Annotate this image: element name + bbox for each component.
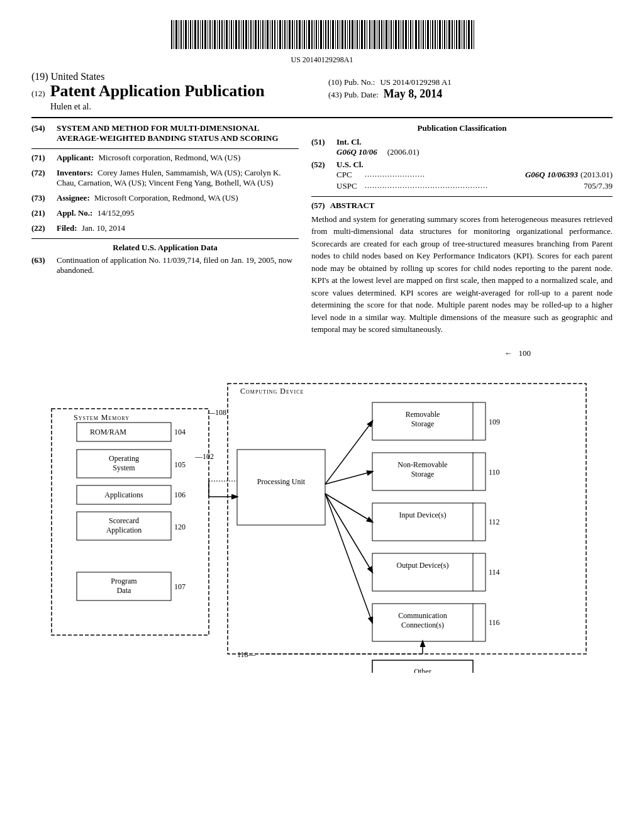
ref-110: 110	[489, 468, 500, 477]
field-52: (52) U.S. Cl. CPC ......................…	[311, 160, 613, 192]
svg-rect-2	[174, 20, 174, 49]
svg-rect-97	[402, 20, 404, 49]
svg-rect-93	[393, 20, 394, 49]
svg-rect-88	[381, 20, 382, 49]
svg-rect-73	[345, 20, 346, 49]
svg-rect-22	[221, 20, 223, 49]
header-section: (19) United States (12) Patent Applicati…	[31, 71, 613, 112]
field-51-num: (51)	[311, 137, 334, 157]
svg-rect-5	[180, 20, 182, 49]
svg-rect-57	[306, 20, 307, 49]
field-22: (22) Filed: Jan. 10, 2014	[31, 223, 299, 233]
header-right: (10) Pub. No.: US 2014/0129298 A1 (43) P…	[316, 71, 613, 101]
svg-rect-77	[355, 20, 355, 49]
svg-rect-69	[335, 20, 336, 49]
svg-rect-51	[292, 20, 293, 49]
svg-rect-11	[194, 20, 196, 49]
svg-rect-20	[217, 20, 218, 49]
svg-rect-32	[245, 20, 247, 49]
svg-rect-15	[204, 20, 206, 49]
barcode-section	[31, 19, 613, 53]
output-label-1: Output Device(s)	[397, 561, 449, 570]
svg-rect-102	[415, 20, 417, 49]
right-column: Publication Classification (51) Int. Cl.…	[311, 123, 613, 336]
svg-rect-9	[190, 20, 191, 49]
field-72: (72) Inventors: Corey James Hulen, Samma…	[31, 168, 299, 188]
svg-rect-28	[235, 20, 237, 49]
svg-rect-38	[260, 20, 261, 49]
field-54-num: (54)	[31, 123, 54, 143]
svg-rect-46	[279, 20, 281, 49]
svg-rect-23	[224, 20, 225, 49]
svg-rect-150	[372, 553, 473, 591]
uspc-row: USPC ...................................…	[336, 181, 613, 191]
field-57-num: (57)	[311, 201, 325, 211]
patent-number: US 20140129298A1	[31, 55, 613, 65]
svg-rect-25	[229, 20, 230, 49]
svg-rect-92	[391, 20, 392, 49]
uspc-dots: ........................................…	[365, 181, 584, 191]
svg-rect-106	[425, 20, 426, 49]
svg-line-161	[325, 494, 372, 572]
svg-rect-115	[447, 20, 447, 49]
ref-114: 114	[489, 568, 500, 577]
svg-rect-105	[423, 20, 424, 49]
svg-rect-104	[421, 20, 421, 49]
svg-rect-112	[439, 20, 441, 49]
svg-rect-59	[311, 20, 313, 49]
svg-rect-109	[432, 20, 433, 49]
svg-line-159	[325, 472, 372, 484]
svg-rect-111	[437, 20, 438, 49]
svg-line-162	[325, 494, 372, 622]
svg-rect-65	[325, 20, 326, 49]
field-54: (54) SYSTEM AND METHOD FOR MULTI-DIMENSI…	[31, 123, 299, 143]
field-71-content: Applicant: Microsoft corporation, Redmon…	[57, 153, 299, 163]
svg-rect-45	[277, 20, 278, 49]
svg-rect-50	[289, 20, 291, 49]
svg-rect-98	[405, 20, 407, 49]
svg-rect-95	[398, 20, 399, 49]
svg-rect-16	[208, 20, 208, 49]
svg-rect-40	[265, 20, 265, 49]
svg-rect-90	[386, 20, 387, 49]
divider-2	[31, 238, 299, 239]
svg-rect-108	[430, 20, 431, 49]
ref-120: 120	[174, 523, 186, 531]
computing-device-label: Computing Device	[240, 387, 304, 396]
pub-date-line: (43) Pub. Date: May 8, 2014	[328, 87, 613, 101]
svg-rect-47	[282, 20, 283, 49]
field-52-content: U.S. Cl. CPC ........................ G0…	[336, 160, 613, 192]
svg-rect-101	[413, 20, 413, 49]
field-72-label: Inventors:	[57, 168, 93, 177]
svg-rect-72	[341, 20, 343, 49]
svg-rect-24	[226, 20, 228, 49]
svg-rect-6	[183, 20, 184, 49]
svg-rect-52	[294, 20, 295, 49]
svg-rect-53	[296, 20, 297, 49]
field-73-value: Microsoft Corporation, Redmond, WA (US)	[94, 193, 238, 202]
applications-label: Applications	[104, 490, 143, 499]
field-21-label: Appl. No.:	[57, 208, 92, 218]
scorecard-label-1: Scorecard	[109, 516, 139, 525]
ref-106: 106	[174, 490, 186, 499]
ref-105: 105	[174, 460, 186, 469]
ref-112: 112	[489, 517, 500, 526]
field-51-content: Int. Cl. G06Q 10/06 (2006.01)	[336, 137, 419, 157]
uspc-label: USPC	[336, 181, 365, 191]
diagram-section: ← 100 Computing Device System Memory —10…	[31, 348, 613, 673]
svg-rect-60	[314, 20, 314, 49]
pub-no-value: US 2014/0129298 A1	[380, 77, 451, 87]
int-cl-year: (2006.01)	[387, 147, 419, 157]
svg-rect-37	[258, 20, 259, 49]
cpc-year: (2013.01)	[580, 170, 613, 180]
comm-label-2: Connection(s)	[401, 621, 444, 629]
invention-title: SYSTEM AND METHOD FOR MULTI-DIMENSIONAL …	[57, 123, 279, 143]
svg-rect-94	[395, 20, 397, 49]
field-72-content: Inventors: Corey James Hulen, Sammamish,…	[57, 168, 299, 188]
program-label-2: Data	[117, 586, 131, 595]
field-71-num: (71)	[31, 153, 54, 163]
svg-rect-7	[185, 20, 187, 49]
svg-rect-85	[374, 20, 375, 49]
svg-rect-43	[272, 20, 273, 49]
ref-118: 118—	[237, 650, 257, 659]
